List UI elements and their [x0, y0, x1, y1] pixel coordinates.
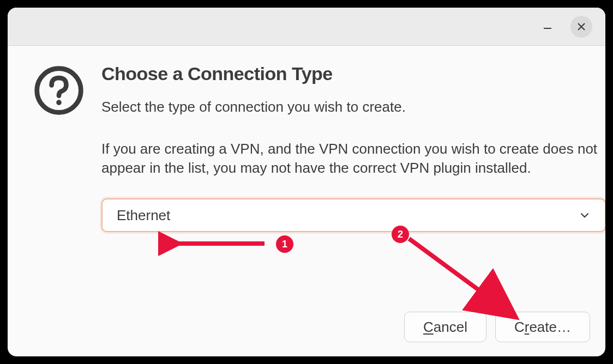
dialog-description-2: If you are creating a VPN, and the VPN c… — [101, 139, 605, 178]
chevron-down-icon — [579, 209, 591, 221]
dialog-heading: Choose a Connection Type — [101, 63, 605, 84]
question-icon — [33, 64, 85, 117]
titlebar — [8, 8, 605, 46]
minimize-icon — [542, 21, 553, 32]
dropdown-selected-label: Ethernet — [117, 207, 170, 224]
connection-type-dropdown[interactable]: Ethernet — [101, 198, 605, 232]
close-button[interactable] — [570, 16, 592, 38]
cancel-button[interactable]: Cancel — [404, 312, 486, 342]
close-icon — [576, 21, 587, 32]
create-label: Create… — [514, 319, 571, 336]
minimize-button[interactable] — [537, 16, 558, 38]
dialog-content: Choose a Connection Type Select the type… — [8, 46, 605, 356]
dialog-buttons: Cancel Create… — [404, 312, 590, 342]
svg-point-4 — [56, 100, 62, 105]
dialog-description-1: Select the type of connection you wish t… — [101, 98, 605, 117]
create-button[interactable]: Create… — [495, 312, 590, 342]
dialog-window: Choose a Connection Type Select the type… — [8, 8, 605, 356]
cancel-label: Cancel — [423, 319, 467, 336]
